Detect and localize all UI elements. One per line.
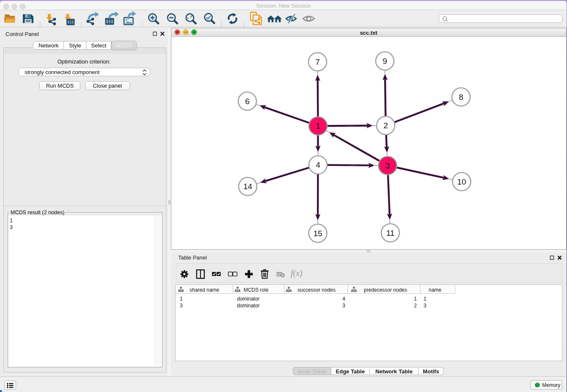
svg-text:11: 11 bbox=[386, 229, 394, 237]
svg-text:9: 9 bbox=[383, 57, 387, 66]
svg-text:10: 10 bbox=[457, 177, 466, 186]
svg-text:4: 4 bbox=[316, 160, 320, 169]
svg-text:15: 15 bbox=[313, 229, 322, 238]
svg-text:1: 1 bbox=[316, 121, 320, 130]
svg-text:7: 7 bbox=[315, 58, 320, 66]
svg-text:8: 8 bbox=[459, 93, 463, 102]
svg-text:3: 3 bbox=[385, 161, 390, 170]
svg-text:2: 2 bbox=[383, 121, 388, 130]
